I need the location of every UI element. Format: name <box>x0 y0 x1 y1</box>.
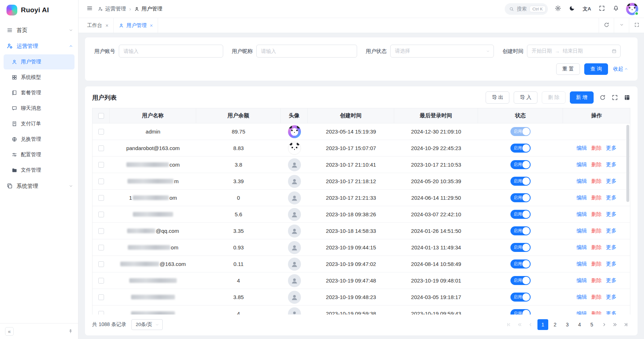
refresh-tab-button[interactable] <box>599 18 614 33</box>
hamburger-menu-button[interactable] <box>84 3 95 15</box>
end-date-input[interactable]: 结束日期 <box>563 48 583 54</box>
edit-link[interactable]: 编辑 <box>577 178 587 185</box>
tab-workbench[interactable]: 工作台 × <box>82 18 114 33</box>
more-link[interactable]: 更多 <box>606 145 617 152</box>
content-fullscreen-button[interactable] <box>629 18 644 33</box>
status-toggle[interactable]: 启用 <box>510 309 531 315</box>
table-fullscreen-button[interactable] <box>612 94 618 101</box>
status-toggle[interactable]: 启用 <box>510 226 531 235</box>
row-checkbox[interactable] <box>98 294 104 300</box>
page-button-2[interactable]: 2 <box>550 319 560 330</box>
delete-link[interactable]: 删除 <box>591 244 602 251</box>
more-link[interactable]: 更多 <box>606 277 617 284</box>
edit-link[interactable]: 编辑 <box>577 310 587 315</box>
sidebar-item-operations[interactable]: 运营管理 <box>0 38 78 54</box>
settings-button[interactable] <box>554 4 562 13</box>
account-input[interactable] <box>119 45 223 58</box>
sidebar-collapse-button[interactable]: « <box>5 327 14 336</box>
sidebar-item-home[interactable]: 首页 <box>0 22 78 38</box>
row-checkbox[interactable] <box>98 311 104 315</box>
more-link[interactable]: 更多 <box>606 194 617 201</box>
row-checkbox[interactable] <box>98 129 104 135</box>
refresh-table-button[interactable] <box>599 94 606 101</box>
row-checkbox[interactable] <box>98 278 104 284</box>
table-scrollbar[interactable] <box>626 125 629 202</box>
sidebar-item-config-management[interactable]: 配置管理 <box>4 147 75 162</box>
created-date-range[interactable]: 开始日期 → 结束日期 <box>527 45 621 58</box>
start-date-input[interactable]: 开始日期 <box>532 48 552 54</box>
sidebar-item-exchange-management[interactable]: 兑换管理 <box>4 132 75 147</box>
more-link[interactable]: 更多 <box>606 227 617 234</box>
tab-user-management[interactable]: 用户管理 × <box>114 18 158 33</box>
row-checkbox[interactable] <box>98 245 104 250</box>
edit-link[interactable]: 编辑 <box>577 161 587 168</box>
export-button[interactable]: 导 出 <box>486 91 509 104</box>
more-link[interactable]: 更多 <box>606 211 617 218</box>
app-logo[interactable]: Ruoyi AI <box>0 0 78 20</box>
pin-icon[interactable] <box>68 329 73 334</box>
breadcrumb-operations[interactable]: 运营管理 <box>98 5 126 12</box>
edit-link[interactable]: 编辑 <box>577 261 587 267</box>
edit-link[interactable]: 编辑 <box>577 294 587 300</box>
row-checkbox[interactable] <box>98 261 104 267</box>
sidebar-item-system-model[interactable]: 系统模型 <box>4 70 75 85</box>
next-page-button[interactable] <box>599 320 609 329</box>
delete-button[interactable]: 删 除 <box>542 91 566 104</box>
global-search[interactable]: 搜索 Ctrl K <box>505 3 548 15</box>
import-button[interactable]: 导 入 <box>514 91 537 104</box>
status-toggle[interactable]: 启用 <box>510 144 531 153</box>
row-checkbox[interactable] <box>98 162 104 168</box>
edit-link[interactable]: 编辑 <box>577 194 587 201</box>
prev-page-button[interactable] <box>526 320 535 329</box>
status-toggle[interactable]: 启用 <box>510 276 531 285</box>
theme-toggle-button[interactable] <box>568 4 576 13</box>
language-button[interactable]: 文A <box>582 5 592 13</box>
page-button-1[interactable]: 1 <box>537 319 548 330</box>
status-toggle[interactable]: 启用 <box>510 177 531 186</box>
status-toggle[interactable]: 启用 <box>510 193 531 202</box>
delete-link[interactable]: 删除 <box>591 161 602 168</box>
edit-link[interactable]: 编辑 <box>577 211 587 218</box>
more-link[interactable]: 更多 <box>606 261 617 267</box>
delete-link[interactable]: 删除 <box>591 211 602 218</box>
user-avatar[interactable] <box>626 3 638 15</box>
sidebar-item-chat-messages[interactable]: 聊天消息 <box>4 101 75 116</box>
edit-link[interactable]: 编辑 <box>577 145 587 152</box>
status-toggle[interactable]: 启用 <box>510 259 531 268</box>
page-button-4[interactable]: 4 <box>574 319 585 330</box>
delete-link[interactable]: 删除 <box>591 194 602 201</box>
notifications-button[interactable] <box>612 4 620 13</box>
more-link[interactable]: 更多 <box>606 178 617 185</box>
edit-link[interactable]: 编辑 <box>577 277 587 284</box>
more-link[interactable]: 更多 <box>606 161 617 168</box>
row-checkbox[interactable] <box>98 145 104 151</box>
status-toggle[interactable]: 启用 <box>510 160 531 169</box>
collapse-filter-link[interactable]: 收起 <box>613 66 628 72</box>
row-checkbox[interactable] <box>98 228 104 234</box>
row-checkbox[interactable] <box>98 212 104 217</box>
delete-link[interactable]: 删除 <box>591 178 602 185</box>
page-button-3[interactable]: 3 <box>562 319 573 330</box>
fast-prev-button[interactable] <box>515 320 524 329</box>
edit-link[interactable]: 编辑 <box>577 244 587 251</box>
fullscreen-button[interactable] <box>598 4 606 13</box>
column-settings-button[interactable] <box>624 94 630 101</box>
select-all-checkbox[interactable] <box>98 113 104 119</box>
fast-next-button[interactable] <box>610 320 620 329</box>
tab-menu-button[interactable] <box>614 18 629 33</box>
row-checkbox[interactable] <box>98 178 104 184</box>
status-select[interactable]: 请选择 <box>390 45 494 58</box>
close-icon[interactable]: × <box>105 23 108 28</box>
close-icon[interactable]: × <box>150 23 153 28</box>
status-toggle[interactable]: 启用 <box>510 210 531 219</box>
delete-link[interactable]: 删除 <box>591 294 602 300</box>
delete-link[interactable]: 删除 <box>591 277 602 284</box>
sidebar-item-user-management[interactable]: 用户管理 <box>4 54 75 69</box>
add-button[interactable]: 新 增 <box>570 91 594 104</box>
first-page-button[interactable] <box>504 320 514 329</box>
delete-link[interactable]: 删除 <box>591 227 602 234</box>
delete-link[interactable]: 删除 <box>591 145 602 152</box>
page-button-5[interactable]: 5 <box>586 319 597 330</box>
edit-link[interactable]: 编辑 <box>577 227 587 234</box>
more-link[interactable]: 更多 <box>606 294 617 300</box>
